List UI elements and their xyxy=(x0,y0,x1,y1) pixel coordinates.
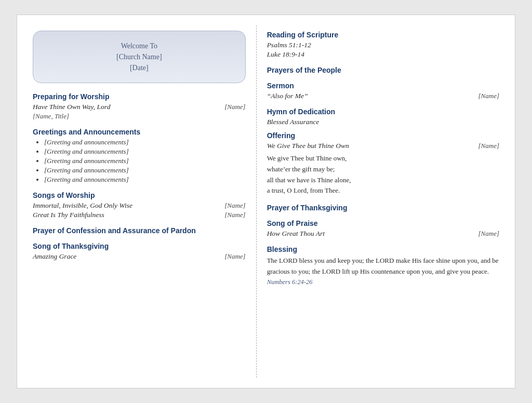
hymn-title-amazing: Amazing Grace xyxy=(33,252,76,261)
name-give: [Name] xyxy=(478,142,499,150)
name-have-thine: [Name] xyxy=(224,103,245,111)
hymn-amazing: Amazing Grace [Name] xyxy=(33,252,246,261)
hymn-great: Great Is Thy Faithfulness [Name] xyxy=(33,211,246,219)
hymn-have-thine: Have Thine Own Way, Lord [Name] xyxy=(33,103,246,111)
name-how-great: [Name] xyxy=(478,230,499,238)
hymn-title-give: We Give Thee but Thine Own xyxy=(267,142,349,150)
hymn-also-for-me: “Also for Me” [Name] xyxy=(267,92,499,100)
scripture-luke: Luke 18:9-14 xyxy=(267,50,499,59)
name-immortal: [Name] xyxy=(224,202,245,210)
heading-prayer-thanks: Prayer of Thanksgiving xyxy=(267,204,499,212)
hymn-how-great: How Great Thou Art [Name] xyxy=(267,230,499,238)
greeting-3: [Greeting and announcements] xyxy=(44,157,246,165)
welcome-box: Welcome To [Church Name] [Date] xyxy=(33,31,246,83)
verse-line3: all that we have is Thine alone, xyxy=(267,176,351,184)
sub-name-title: [Name, Title] xyxy=(33,112,246,120)
hymn-title-have-thine: Have Thine Own Way, Lord xyxy=(33,103,110,111)
page-wrapper: Welcome To [Church Name] [Date] Preparin… xyxy=(17,15,515,388)
greeting-5: [Greeting and announcements] xyxy=(44,176,246,184)
greetings-list: [Greeting and announcements] [Greeting a… xyxy=(33,138,246,184)
hymn-give-thee: We Give Thee but Thine Own [Name] xyxy=(267,142,499,150)
name-great: [Name] xyxy=(224,211,245,219)
heading-dedication: Hymn of Dedication xyxy=(267,108,499,116)
heading-greetings: Greetings and Announcements xyxy=(33,128,246,136)
verse-line4: a trust, O Lord, from Thee. xyxy=(267,186,340,194)
hymn-title-also: “Also for Me” xyxy=(267,92,308,100)
heading-confession: Prayer of Confession and Assurance of Pa… xyxy=(33,226,246,235)
hymn-title-how-great: How Great Thou Art xyxy=(267,230,325,238)
heading-songs: Songs of Worship xyxy=(33,191,246,199)
heading-song-praise: Song of Praise xyxy=(267,219,499,227)
name-also: [Name] xyxy=(478,92,499,100)
heading-prayers: Prayers of the People xyxy=(267,66,499,74)
heading-song-thanks: Song of Thanksgiving xyxy=(33,242,246,250)
welcome-line1: Welcome To xyxy=(121,42,157,50)
welcome-line2: [Church Name] xyxy=(116,53,162,61)
name-amazing: [Name] xyxy=(224,252,245,261)
blessing-text: The LORD bless you and keep you; the LOR… xyxy=(267,256,499,277)
blessing-ref: Numbers 6:24-26 xyxy=(267,278,499,286)
left-panel: Welcome To [Church Name] [Date] Preparin… xyxy=(28,25,257,378)
heading-scripture: Reading of Scripture xyxy=(267,31,499,39)
offering-verse: We give Thee but Thine own, whate’er the… xyxy=(267,153,499,196)
heading-sermon: Sermon xyxy=(267,82,499,90)
heading-offering: Offering xyxy=(267,131,499,140)
hymn-title-great: Great Is Thy Faithfulness xyxy=(33,211,104,219)
verse-line1: We give Thee but Thine own, xyxy=(267,154,347,162)
heading-preparing: Preparing for Worship xyxy=(33,92,246,101)
welcome-line3: [Date] xyxy=(130,64,149,72)
right-panel: Reading of Scripture Psalms 51:1-12 Luke… xyxy=(257,25,504,378)
hymn-title-immortal: Immortal, Invisible, God Only Wise xyxy=(33,202,132,210)
verse-line2: whate’er the gift may be; xyxy=(267,165,335,173)
scripture-psalms: Psalms 51:1-12 xyxy=(267,41,499,49)
heading-blessing: Blessing xyxy=(267,245,499,253)
hymn-immortal: Immortal, Invisible, God Only Wise [Name… xyxy=(33,202,246,210)
greeting-2: [Greeting and announcements] xyxy=(44,147,246,156)
greeting-4: [Greeting and announcements] xyxy=(44,166,246,174)
hymn-title-blessed: Blessed Assurance xyxy=(267,118,499,126)
greeting-1: [Greeting and announcements] xyxy=(44,138,246,146)
